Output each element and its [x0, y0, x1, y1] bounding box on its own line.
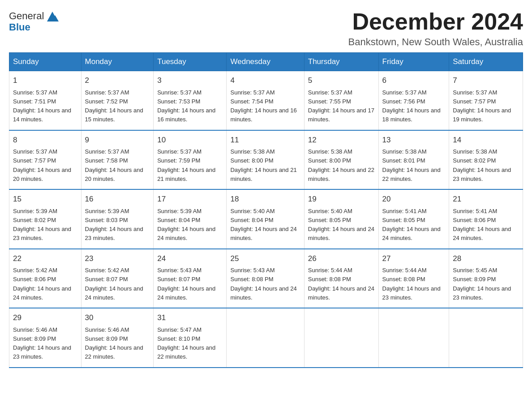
logo: General Blue — [9, 9, 60, 33]
calendar-week-row: 1 Sunrise: 5:37 AMSunset: 7:51 PMDayligh… — [9, 71, 523, 130]
weekday-header-saturday: Saturday — [449, 53, 523, 71]
calendar-day-cell: 11 Sunrise: 5:38 AMSunset: 8:00 PMDaylig… — [227, 130, 304, 190]
day-info: Sunrise: 5:38 AMSunset: 8:00 PMDaylight:… — [308, 148, 374, 182]
day-number: 20 — [382, 193, 446, 205]
day-info: Sunrise: 5:37 AMSunset: 7:52 PMDaylight:… — [85, 89, 143, 123]
day-info: Sunrise: 5:41 AMSunset: 8:06 PMDaylight:… — [453, 208, 511, 242]
day-info: Sunrise: 5:39 AMSunset: 8:02 PMDaylight:… — [13, 208, 71, 242]
day-number: 28 — [453, 253, 519, 265]
calendar-day-cell: 26 Sunrise: 5:44 AMSunset: 8:08 PMDaylig… — [304, 249, 378, 308]
calendar-week-row: 15 Sunrise: 5:39 AMSunset: 8:02 PMDaylig… — [9, 189, 523, 249]
day-info: Sunrise: 5:47 AMSunset: 8:10 PMDaylight:… — [157, 326, 215, 360]
calendar-day-cell: 28 Sunrise: 5:45 AMSunset: 8:09 PMDaylig… — [449, 249, 523, 308]
day-info: Sunrise: 5:39 AMSunset: 8:03 PMDaylight:… — [85, 208, 143, 242]
day-number: 8 — [13, 134, 77, 146]
day-number: 1 — [13, 75, 77, 86]
calendar-day-cell: 8 Sunrise: 5:37 AMSunset: 7:57 PMDayligh… — [9, 130, 82, 190]
calendar-day-cell: 25 Sunrise: 5:43 AMSunset: 8:08 PMDaylig… — [227, 249, 304, 308]
calendar-day-cell: 3 Sunrise: 5:37 AMSunset: 7:53 PMDayligh… — [154, 71, 227, 130]
calendar-day-cell: 19 Sunrise: 5:40 AMSunset: 8:05 PMDaylig… — [304, 189, 378, 249]
day-info: Sunrise: 5:37 AMSunset: 7:56 PMDaylight:… — [382, 89, 441, 123]
calendar-day-cell: 10 Sunrise: 5:37 AMSunset: 7:59 PMDaylig… — [154, 130, 227, 190]
calendar-day-cell: 15 Sunrise: 5:39 AMSunset: 8:02 PMDaylig… — [9, 189, 82, 249]
day-number: 5 — [308, 75, 375, 86]
day-number: 27 — [382, 253, 446, 265]
day-number: 11 — [230, 134, 300, 146]
day-info: Sunrise: 5:37 AMSunset: 7:58 PMDaylight:… — [85, 148, 143, 182]
day-info: Sunrise: 5:39 AMSunset: 8:04 PMDaylight:… — [157, 208, 215, 242]
calendar-day-cell: 23 Sunrise: 5:42 AMSunset: 8:07 PMDaylig… — [81, 249, 154, 308]
day-info: Sunrise: 5:42 AMSunset: 8:06 PMDaylight:… — [13, 267, 71, 301]
calendar-day-cell: 17 Sunrise: 5:39 AMSunset: 8:04 PMDaylig… — [154, 189, 227, 249]
calendar-day-cell: 22 Sunrise: 5:42 AMSunset: 8:06 PMDaylig… — [9, 249, 82, 308]
calendar-day-cell: 27 Sunrise: 5:44 AMSunset: 8:08 PMDaylig… — [378, 249, 449, 308]
calendar-week-row: 29 Sunrise: 5:46 AMSunset: 8:09 PMDaylig… — [9, 308, 523, 368]
weekday-header-sunday: Sunday — [9, 53, 82, 71]
day-info: Sunrise: 5:37 AMSunset: 7:57 PMDaylight:… — [13, 148, 71, 182]
day-number: 21 — [453, 193, 519, 205]
calendar-day-cell: 16 Sunrise: 5:39 AMSunset: 8:03 PMDaylig… — [81, 189, 154, 249]
calendar-day-cell: 30 Sunrise: 5:46 AMSunset: 8:09 PMDaylig… — [81, 308, 154, 368]
day-number: 23 — [85, 253, 150, 265]
day-info: Sunrise: 5:40 AMSunset: 8:05 PMDaylight:… — [308, 208, 374, 242]
calendar-day-cell: 18 Sunrise: 5:40 AMSunset: 8:04 PMDaylig… — [227, 189, 304, 249]
calendar-day-cell: 12 Sunrise: 5:38 AMSunset: 8:00 PMDaylig… — [304, 130, 378, 190]
day-info: Sunrise: 5:38 AMSunset: 8:02 PMDaylight:… — [453, 148, 511, 182]
weekday-header-thursday: Thursday — [304, 53, 378, 71]
calendar-day-cell: 6 Sunrise: 5:37 AMSunset: 7:56 PMDayligh… — [378, 71, 449, 130]
day-info: Sunrise: 5:37 AMSunset: 7:51 PMDaylight:… — [13, 89, 71, 123]
day-info: Sunrise: 5:46 AMSunset: 8:09 PMDaylight:… — [85, 326, 143, 360]
day-number: 19 — [308, 193, 375, 205]
calendar-day-cell: 2 Sunrise: 5:37 AMSunset: 7:52 PMDayligh… — [81, 71, 154, 130]
day-number: 6 — [382, 75, 446, 86]
day-number: 9 — [85, 134, 150, 146]
month-title: December 2024 — [348, 9, 523, 34]
day-number: 22 — [13, 253, 77, 265]
calendar-day-cell: 5 Sunrise: 5:37 AMSunset: 7:55 PMDayligh… — [304, 71, 378, 130]
calendar-day-cell: 7 Sunrise: 5:37 AMSunset: 7:57 PMDayligh… — [449, 71, 523, 130]
day-number: 16 — [85, 193, 150, 205]
day-number: 2 — [85, 75, 150, 86]
day-info: Sunrise: 5:38 AMSunset: 8:01 PMDaylight:… — [382, 148, 441, 182]
day-info: Sunrise: 5:38 AMSunset: 8:00 PMDaylight:… — [230, 148, 296, 182]
day-info: Sunrise: 5:42 AMSunset: 8:07 PMDaylight:… — [85, 267, 143, 301]
day-number: 13 — [382, 134, 446, 146]
calendar-table: SundayMondayTuesdayWednesdayThursdayFrid… — [9, 52, 523, 368]
calendar-day-cell: 1 Sunrise: 5:37 AMSunset: 7:51 PMDayligh… — [9, 71, 82, 130]
day-info: Sunrise: 5:37 AMSunset: 7:59 PMDaylight:… — [157, 148, 215, 182]
calendar-day-cell: 9 Sunrise: 5:37 AMSunset: 7:58 PMDayligh… — [81, 130, 154, 190]
logo-icon — [45, 9, 60, 23]
day-info: Sunrise: 5:37 AMSunset: 7:55 PMDaylight:… — [308, 89, 374, 123]
day-info: Sunrise: 5:43 AMSunset: 8:08 PMDaylight:… — [230, 267, 296, 301]
calendar-day-cell: 20 Sunrise: 5:41 AMSunset: 8:05 PMDaylig… — [378, 189, 449, 249]
weekday-header-tuesday: Tuesday — [154, 53, 227, 71]
calendar-day-cell: 31 Sunrise: 5:47 AMSunset: 8:10 PMDaylig… — [154, 308, 227, 368]
calendar-day-cell: 24 Sunrise: 5:43 AMSunset: 8:07 PMDaylig… — [154, 249, 227, 308]
day-number: 15 — [13, 193, 77, 205]
calendar-day-cell — [378, 308, 449, 368]
weekday-header-row: SundayMondayTuesdayWednesdayThursdayFrid… — [9, 53, 523, 71]
day-number: 7 — [453, 75, 519, 86]
day-info: Sunrise: 5:37 AMSunset: 7:54 PMDaylight:… — [230, 89, 296, 123]
calendar-day-cell: 14 Sunrise: 5:38 AMSunset: 8:02 PMDaylig… — [449, 130, 523, 190]
day-number: 29 — [13, 312, 77, 324]
logo-general: General — [9, 10, 44, 22]
day-number: 26 — [308, 253, 375, 265]
weekday-header-monday: Monday — [81, 53, 154, 71]
calendar-day-cell: 4 Sunrise: 5:37 AMSunset: 7:54 PMDayligh… — [227, 71, 304, 130]
day-number: 4 — [230, 75, 300, 86]
calendar-day-cell: 29 Sunrise: 5:46 AMSunset: 8:09 PMDaylig… — [9, 308, 82, 368]
day-number: 14 — [453, 134, 519, 146]
day-number: 25 — [230, 253, 300, 265]
day-number: 10 — [157, 134, 223, 146]
day-number: 30 — [85, 312, 150, 324]
day-info: Sunrise: 5:40 AMSunset: 8:04 PMDaylight:… — [230, 208, 296, 242]
day-number: 3 — [157, 75, 223, 86]
day-info: Sunrise: 5:45 AMSunset: 8:09 PMDaylight:… — [453, 267, 511, 301]
day-info: Sunrise: 5:41 AMSunset: 8:05 PMDaylight:… — [382, 208, 441, 242]
weekday-header-friday: Friday — [378, 53, 449, 71]
location-subtitle: Bankstown, New South Wales, Australia — [348, 36, 523, 48]
logo-blue: Blue — [9, 21, 30, 33]
day-info: Sunrise: 5:37 AMSunset: 7:53 PMDaylight:… — [157, 89, 215, 123]
calendar-day-cell: 13 Sunrise: 5:38 AMSunset: 8:01 PMDaylig… — [378, 130, 449, 190]
